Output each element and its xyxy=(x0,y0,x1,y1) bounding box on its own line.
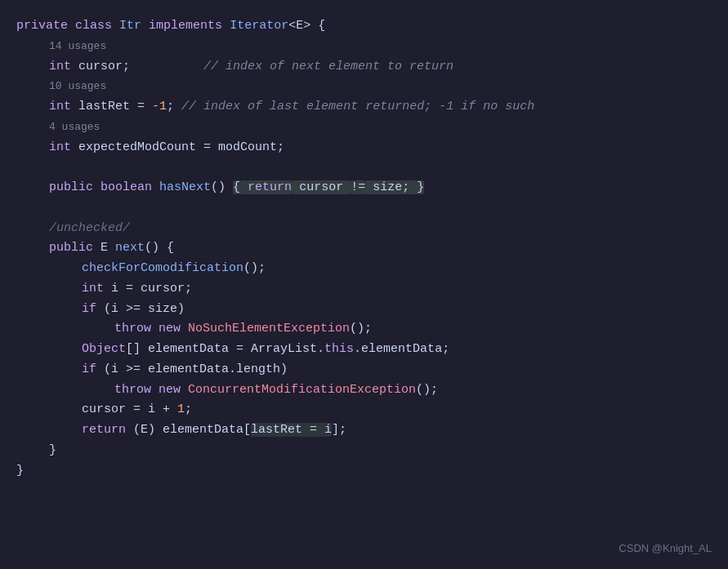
operator-neq: != xyxy=(351,180,365,194)
kw-new-concurrent: new xyxy=(159,383,181,397)
kw-throw-concurrent: throw xyxy=(114,383,151,397)
code-line-expectedmodcount: int expectedModCount = modCount; xyxy=(49,138,703,158)
kw-int-lastret: int xyxy=(49,100,71,113)
code-line-next: public E next() { xyxy=(49,238,703,259)
kw-int-expectedmodcount: int xyxy=(49,140,71,154)
kw-int-cursor: int xyxy=(49,60,71,73)
class-name-itr: Itr xyxy=(119,19,141,33)
code-line-throw-nosuch: throw new NoSuchElementException(); xyxy=(114,319,703,340)
usages-14: 14 usages xyxy=(49,37,703,57)
code-line-if-elementdata: if (i >= elementData.length) xyxy=(82,360,703,380)
code-line-lastret: int lastRet = -1; // index of last eleme… xyxy=(49,97,703,118)
method-next: next xyxy=(115,241,145,255)
code-line-hasnext: public boolean hasNext() { return cursor… xyxy=(49,178,703,198)
exception-nosuch: NoSuchElementException xyxy=(188,322,350,336)
kw-boolean: boolean xyxy=(100,180,152,194)
kw-private: private xyxy=(16,19,68,33)
usages-label-14: 14 usages xyxy=(49,40,106,52)
comment-lastret: // index of last element returned; -1 if… xyxy=(181,100,534,113)
code-container: private class Itr implements Iterator<E>… xyxy=(0,0,728,569)
kw-if-size: if xyxy=(82,302,96,316)
kw-int-i: int xyxy=(82,282,104,296)
blank-1 xyxy=(16,158,703,178)
code-line-throw-concurrent: throw new ConcurrentModificationExceptio… xyxy=(114,380,703,401)
code-line-annotation: /unchecked/ xyxy=(49,219,703,239)
kw-throw-nosuch: throw xyxy=(114,322,151,336)
lastret-assignment: lastRet = i xyxy=(251,423,332,437)
annotation-unchecked: /unchecked/ xyxy=(49,221,130,235)
code-line-int-i: int i = cursor; xyxy=(82,279,703,300)
kw-public-next: public xyxy=(49,241,93,255)
code-line-cursor: int cursor; // index of next element to … xyxy=(49,57,703,78)
code-line-elementdata: Object[] elementData = ArrayList.this.el… xyxy=(82,340,703,360)
code-line-close-next: } xyxy=(49,441,703,461)
kw-public-hasnext: public xyxy=(49,180,93,194)
usages-label-4: 4 usages xyxy=(49,121,100,133)
comment-cursor: // index of next element to return xyxy=(203,60,453,73)
usages-label-10: 10 usages xyxy=(49,80,106,92)
hasnext-size: size; } xyxy=(365,180,424,194)
code-line-1: private class Itr implements Iterator<E>… xyxy=(16,16,703,37)
hasnext-body-plain: cursor xyxy=(292,180,351,194)
kw-return-hasnext: return xyxy=(248,180,292,194)
number-1: 1 xyxy=(177,402,185,416)
code-line-cursor-assign: cursor = i + 1; xyxy=(82,400,703,420)
code-line-if-size: if (i >= size) xyxy=(82,300,703,320)
watermark: CSDN @Knight_AL xyxy=(619,540,712,558)
exception-concurrent: ConcurrentModificationException xyxy=(188,383,416,397)
kw-implements: implements xyxy=(149,19,222,33)
number-neg1: -1 xyxy=(152,100,167,113)
code-line-return-elementdata: return (E) elementData[lastRet = i]; xyxy=(82,420,703,441)
interface-name: Iterator xyxy=(230,19,288,33)
hasnext-body: { xyxy=(233,180,248,194)
kw-if-elementdata: if xyxy=(82,362,96,376)
kw-return-element: return xyxy=(82,423,126,437)
usages-4: 4 usages xyxy=(49,118,703,138)
usages-10: 10 usages xyxy=(49,77,703,97)
kw-class: class xyxy=(75,19,112,33)
method-hasnext: hasNext xyxy=(159,180,211,194)
code-line-checkcomod: checkForComodification(); xyxy=(82,259,703,279)
kw-new-nosuch: new xyxy=(159,322,181,336)
kw-object: Object xyxy=(82,342,126,356)
blank-2 xyxy=(16,198,703,219)
kw-this: this xyxy=(324,342,354,356)
code-line-close-class: } xyxy=(16,461,703,482)
method-checkcomod: checkForComodification xyxy=(82,261,243,275)
